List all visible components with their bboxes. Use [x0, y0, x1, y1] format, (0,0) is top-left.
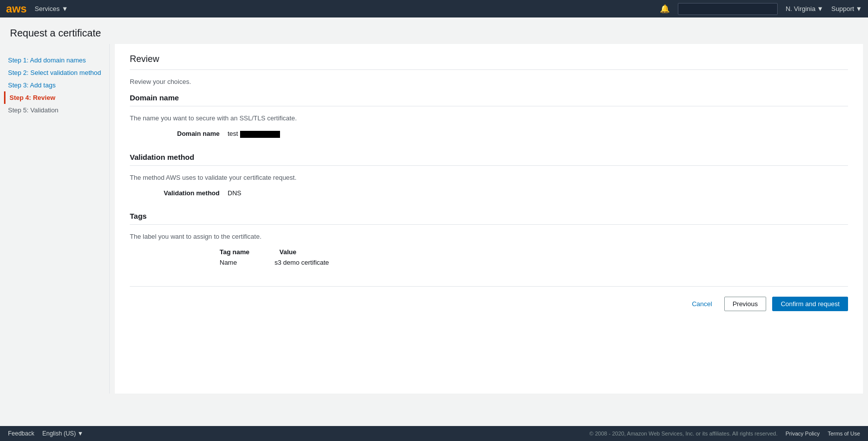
- sidebar-item-step1[interactable]: Step 1: Add domain names: [8, 54, 101, 66]
- content-area: Step 1: Add domain names Step 2: Select …: [0, 44, 868, 394]
- cancel-button[interactable]: Cancel: [686, 297, 718, 311]
- tags-table: Tag name Value Name s3 demo certificate: [220, 248, 848, 266]
- validation-method-section: Validation method The method AWS uses to…: [130, 153, 848, 197]
- page-title: Request a certificate: [10, 27, 858, 39]
- bell-icon[interactable]: 🔔: [660, 4, 670, 13]
- validation-method-title: Validation method: [130, 153, 848, 165]
- tags-table-header: Tag name Value: [220, 248, 848, 256]
- validation-method-value: DNS: [228, 189, 241, 197]
- tags-description: The label you want to assign to the cert…: [130, 233, 848, 240]
- services-menu[interactable]: Services ▼: [35, 5, 68, 12]
- tag-name-cell: Name: [220, 259, 245, 266]
- sidebar-item-step5: Step 5: Validation: [8, 104, 101, 116]
- domain-description: The name you want to secure with an SSL/…: [130, 114, 848, 122]
- domain-name-row: Domain name test: [130, 130, 848, 138]
- services-chevron-icon: ▼: [61, 5, 68, 12]
- tags-col-name-header: Tag name: [220, 248, 250, 256]
- region-selector[interactable]: N. Virginia ▼: [786, 5, 824, 12]
- tags-col-value-header: Value: [280, 248, 354, 256]
- page-header: Request a certificate: [0, 17, 868, 44]
- validation-divider: [130, 165, 848, 166]
- aws-logo-icon: aws: [6, 2, 27, 15]
- validation-method-label: Validation method: [150, 189, 220, 197]
- tags-divider: [130, 224, 848, 225]
- footer-actions: Cancel Previous Confirm and request: [130, 286, 848, 316]
- sidebar: Step 1: Add domain names Step 2: Select …: [0, 44, 110, 394]
- review-title: Review: [130, 54, 848, 69]
- aws-logo[interactable]: aws: [6, 2, 27, 15]
- services-label: Services: [35, 5, 60, 12]
- validation-method-row: Validation method DNS: [130, 189, 848, 197]
- nav-right: 🔔 N. Virginia ▼ Support ▼: [660, 3, 862, 15]
- tags-section: Tags The label you want to assign to the…: [130, 212, 848, 266]
- region-chevron-icon: ▼: [817, 5, 824, 12]
- main-content: Review Review your choices. Domain name …: [115, 44, 863, 394]
- validation-description: The method AWS uses to validate your cer…: [130, 174, 848, 181]
- domain-name-value: test: [228, 130, 280, 138]
- search-input[interactable]: [678, 3, 778, 15]
- support-menu[interactable]: Support ▼: [832, 5, 862, 12]
- review-subtitle: Review your choices.: [130, 78, 848, 85]
- top-navigation: aws Services ▼ 🔔 N. Virginia ▼ Support ▼: [0, 0, 868, 17]
- sidebar-item-step4[interactable]: Step 4: Review: [4, 91, 101, 104]
- domain-name-title: Domain name: [130, 93, 848, 106]
- support-chevron-icon: ▼: [856, 5, 862, 12]
- domain-divider: [130, 106, 848, 106]
- domain-name-section: Domain name The name you want to secure …: [130, 93, 848, 138]
- tags-title: Tags: [130, 212, 848, 224]
- divider-top: [130, 69, 848, 70]
- domain-name-redacted: [240, 131, 280, 138]
- confirm-and-request-button[interactable]: Confirm and request: [772, 297, 848, 311]
- domain-name-label: Domain name: [150, 130, 220, 137]
- table-row: Name s3 demo certificate: [220, 259, 848, 266]
- sidebar-item-step3[interactable]: Step 3: Add tags: [8, 79, 101, 91]
- tag-value-cell: s3 demo certificate: [275, 259, 349, 266]
- sidebar-item-step2[interactable]: Step 2: Select validation method: [8, 66, 101, 79]
- previous-button[interactable]: Previous: [724, 297, 767, 311]
